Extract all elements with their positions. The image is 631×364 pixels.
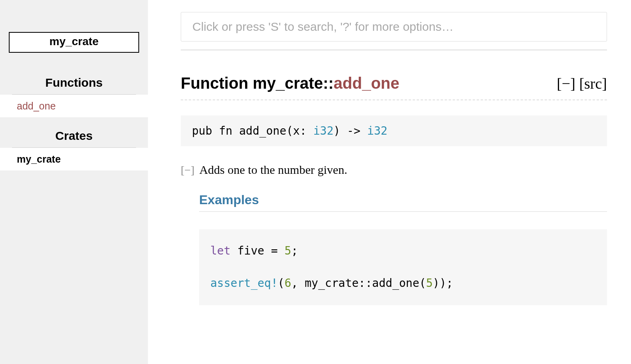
main-content: Function my_crate::add_one [−] [src] pub… [148, 0, 631, 364]
examples-heading[interactable]: Examples [199, 193, 607, 212]
code-token-plain: , my_crate::add_one( [291, 276, 426, 290]
item-kind-label: Function [181, 74, 253, 92]
src-link[interactable]: [src] [579, 75, 607, 92]
search-input[interactable] [181, 12, 607, 42]
code-token-kw: let [210, 244, 231, 257]
divider-dashed [181, 99, 607, 100]
function-signature: pub fn add_one(x: i32) -> i32 [181, 115, 607, 146]
sidebar-item-add-one[interactable]: add_one [0, 95, 148, 118]
code-token-plain: )); [433, 276, 453, 290]
item-name: add_one [333, 74, 399, 92]
code-token-num: 5 [284, 244, 291, 257]
summary-toggle[interactable]: [−] [181, 164, 194, 177]
code-token-num: 5 [426, 276, 433, 290]
code-token-plain: ; [291, 244, 298, 257]
code-token-macro: assert_eq! [210, 276, 278, 290]
code-token-plain: ( [278, 276, 285, 290]
docblock: Examples let five = 5; assert_eq!(6, my_… [181, 193, 607, 305]
collapse-toggle[interactable]: [−] [557, 75, 575, 92]
sig-mid: ) -> [333, 124, 367, 137]
sig-lead: pub fn add_one(x: [192, 124, 313, 137]
page-title-row: Function my_crate::add_one [−] [src] [181, 74, 607, 92]
crate-title[interactable]: my_crate [9, 32, 139, 53]
title-controls: [−] [src] [557, 75, 607, 92]
sidebar-heading-crates: Crates [12, 118, 136, 148]
sig-arg-type[interactable]: i32 [313, 124, 333, 137]
path-separator: :: [323, 74, 334, 92]
item-path-prefix[interactable]: my_crate [253, 74, 323, 92]
code-token-num: 6 [284, 276, 291, 290]
example-code: let five = 5; assert_eq!(6, my_crate::ad… [199, 229, 607, 305]
sig-ret-type[interactable]: i32 [367, 124, 387, 137]
summary-row: [−] Adds one to the number given. [181, 163, 607, 177]
sidebar-item-my-crate[interactable]: my_crate [0, 148, 148, 171]
page-title: Function my_crate::add_one [181, 74, 399, 92]
divider [181, 50, 607, 50]
summary-text: Adds one to the number given. [199, 163, 347, 177]
sidebar-heading-functions: Functions [12, 65, 136, 95]
sidebar: my_crate Functions add_one Crates my_cra… [0, 0, 148, 364]
code-token-plain: five = [231, 244, 285, 257]
